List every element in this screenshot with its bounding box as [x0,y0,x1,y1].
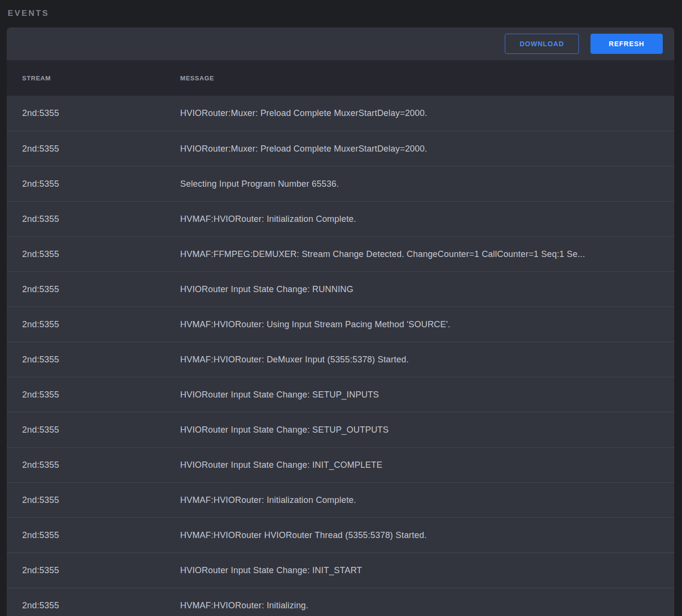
column-header-message: MESSAGE [180,75,674,82]
refresh-button[interactable]: REFRESH [590,34,663,54]
events-panel: DOWNLOAD REFRESH STREAM MESSAGE 2nd:5355… [7,27,674,616]
events-table-body: 2nd:5355HVIORouter:Muxer: Preload Comple… [7,96,674,616]
row-stream-cell: 2nd:5355 [22,179,180,189]
row-stream-cell: 2nd:5355 [22,495,180,505]
row-message-cell: HVIORouter Input State Change: INIT_STAR… [180,565,674,576]
table-row[interactable]: 2nd:5355HVIORouter Input State Change: S… [7,412,674,447]
row-stream-cell: 2nd:5355 [22,214,180,224]
row-stream-cell: 2nd:5355 [22,320,180,330]
row-message-cell: HVIORouter Input State Change: RUNNING [180,284,674,295]
row-stream-cell: 2nd:5355 [22,108,180,118]
table-row[interactable]: 2nd:5355Selecting Input Program Number 6… [7,166,674,201]
table-row[interactable]: 2nd:5355HVIORouter Input State Change: I… [7,552,674,588]
row-message-cell: HVMAF:FFMPEG:DEMUXER: Stream Change Dete… [180,249,674,259]
row-message-cell: HVMAF:HVIORouter: Initialization Complet… [180,495,674,505]
row-message-cell: HVMAF:HVIORouter HVIORouter Thread (5355… [180,530,674,540]
table-row[interactable]: 2nd:5355HVIORouter:Muxer: Preload Comple… [7,131,674,166]
table-row[interactable]: 2nd:5355HVMAF:HVIORouter: Initialization… [7,482,674,517]
row-message-cell: HVMAF:HVIORouter: DeMuxer Input (5355:53… [180,355,674,365]
row-message-cell: HVMAF:HVIORouter: Initialization Complet… [180,214,674,224]
download-button[interactable]: DOWNLOAD [505,34,579,54]
row-stream-cell: 2nd:5355 [22,601,180,611]
row-message-cell: HVIORouter:Muxer: Preload Complete Muxer… [180,144,674,154]
table-row[interactable]: 2nd:5355HVMAF:HVIORouter: Initialization… [7,201,674,236]
row-stream-cell: 2nd:5355 [22,460,180,470]
table-row[interactable]: 2nd:5355HVIORouter Input State Change: S… [7,377,674,412]
table-row[interactable]: 2nd:5355HVMAF:HVIORouter: Initializing. [7,588,674,616]
row-message-cell: Selecting Input Program Number 65536. [180,179,674,189]
row-stream-cell: 2nd:5355 [22,565,180,576]
row-stream-cell: 2nd:5355 [22,355,180,365]
table-row[interactable]: 2nd:5355HVMAF:FFMPEG:DEMUXER: Stream Cha… [7,236,674,271]
row-stream-cell: 2nd:5355 [22,144,180,154]
row-stream-cell: 2nd:5355 [22,530,180,540]
page-title: EVENTS [7,9,674,18]
row-stream-cell: 2nd:5355 [22,425,180,435]
table-row[interactable]: 2nd:5355HVMAF:HVIORouter: DeMuxer Input … [7,342,674,377]
row-message-cell: HVIORouter Input State Change: INIT_COMP… [180,460,674,470]
table-row[interactable]: 2nd:5355HVMAF:HVIORouter: Using Input St… [7,307,674,342]
table-row[interactable]: 2nd:5355HVIORouter Input State Change: I… [7,447,674,482]
row-message-cell: HVIORouter Input State Change: SETUP_OUT… [180,425,674,435]
table-row[interactable]: 2nd:5355HVMAF:HVIORouter HVIORouter Thre… [7,517,674,552]
row-stream-cell: 2nd:5355 [22,390,180,400]
row-stream-cell: 2nd:5355 [22,249,180,259]
row-message-cell: HVMAF:HVIORouter: Using Input Stream Pac… [180,320,674,330]
row-message-cell: HVMAF:HVIORouter: Initializing. [180,601,674,611]
events-table-header: STREAM MESSAGE [7,60,674,96]
row-stream-cell: 2nd:5355 [22,284,180,295]
table-row[interactable]: 2nd:5355HVIORouter:Muxer: Preload Comple… [7,96,674,131]
events-toolbar: DOWNLOAD REFRESH [7,27,674,60]
row-message-cell: HVIORouter:Muxer: Preload Complete Muxer… [180,108,674,118]
column-header-stream: STREAM [22,75,180,82]
table-row[interactable]: 2nd:5355HVIORouter Input State Change: R… [7,271,674,307]
row-message-cell: HVIORouter Input State Change: SETUP_INP… [180,390,674,400]
events-page: EVENTS DOWNLOAD REFRESH STREAM MESSAGE 2… [0,0,682,616]
